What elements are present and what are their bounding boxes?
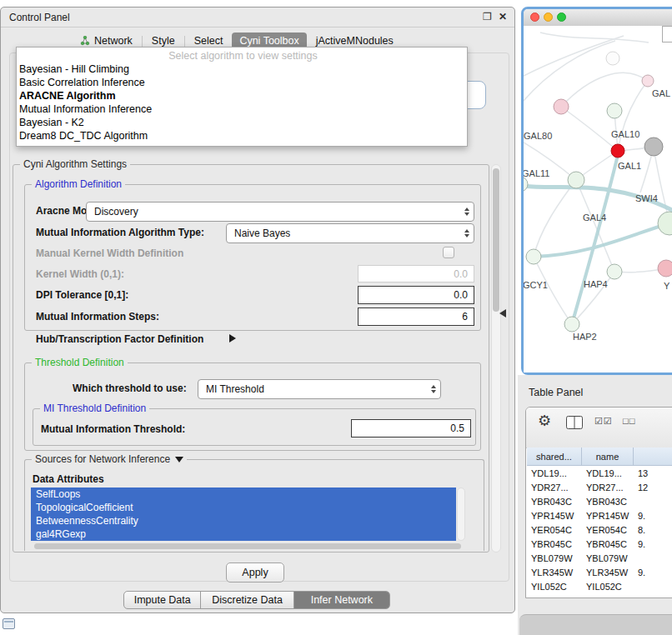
manual-kernel-width-label: Manual Kernel Width Definition [36, 248, 183, 259]
popup-option[interactable]: Basic Correlation Inference [17, 76, 467, 89]
network-node[interactable] [642, 75, 654, 87]
cell: 9. [634, 511, 672, 521]
table-row[interactable]: YBR043C YBR043C [527, 494, 672, 508]
settings-scrollbar-track[interactable] [491, 164, 501, 552]
mi-steps-field[interactable]: 6 [358, 308, 474, 326]
zoom-traffic-light[interactable] [557, 12, 566, 22]
docked-panel-icon[interactable] [3, 618, 15, 629]
chevron-updown-icon [431, 385, 436, 393]
tab-network-label: Network [94, 35, 133, 47]
network-window-titlebar[interactable] [524, 9, 672, 27]
table-row[interactable]: YBL079W YBL079W [527, 551, 672, 565]
column-header-shared[interactable]: shared... [527, 448, 582, 466]
network-node[interactable] [607, 103, 622, 118]
network-node-gray[interactable] [644, 138, 663, 156]
tab-jactivemnodules-label: jActiveMNodules [316, 35, 394, 47]
cell: YPR145W [527, 511, 582, 521]
cell: 9. [634, 539, 672, 549]
columns-icon[interactable] [566, 416, 583, 429]
popup-option[interactable]: Mutual Information Inference [17, 102, 467, 116]
tab-discretize-data[interactable]: Discretize Data [200, 592, 293, 608]
network-node-red[interactable] [611, 144, 624, 158]
list-item-selected[interactable]: SelfLoops [31, 488, 456, 501]
desktop: Control Panel ❐ ✕ Network Style Select [0, 0, 672, 635]
select-all-checks-icon[interactable]: ☑☑ [594, 416, 613, 427]
network-node[interactable] [564, 317, 579, 332]
network-node[interactable] [554, 99, 569, 114]
mi-threshold-definition-title: MI Threshold Definition [43, 402, 146, 414]
bottom-tab-bar: Impute Data Discretize Data Infer Networ… [123, 591, 390, 609]
clipped-overlay-control [662, 26, 672, 42]
network-canvas[interactable]: GAL GAL80 GAL10 GAL11 GAL1 SWI4 GAL4 GCY… [524, 26, 672, 372]
popup-option[interactable]: Bayesian - Hill Climbing [17, 62, 467, 76]
table-body: YDL19... YDL19... 13 YDR27... YDR27... 1… [527, 466, 672, 593]
mi-algorithm-type-select[interactable]: Naive Bayes [226, 223, 474, 243]
popup-option[interactable]: Bayesian - K2 [17, 116, 467, 129]
manual-kernel-width-checkbox[interactable] [443, 247, 454, 258]
popup-option-selected[interactable]: ARACNE Algorithm [17, 89, 467, 102]
tab-impute-data[interactable]: Impute Data [124, 592, 200, 608]
dpi-tolerance-field[interactable]: 0.0 [358, 286, 474, 304]
popup-option[interactable]: Dream8 DC_TDC Algorithm [17, 129, 467, 142]
panel-collapse-arrow-icon[interactable] [499, 309, 506, 318]
table-toolbar: ⚙ ☑☑ □□ [526, 408, 672, 448]
settings-scrollbar-thumb[interactable] [493, 168, 499, 312]
list-item-selected[interactable]: TopologicalCoefficient [31, 501, 456, 514]
network-node[interactable] [658, 212, 672, 235]
table-row[interactable]: YPR145W YPR145W 9. [527, 508, 672, 522]
gear-icon[interactable]: ⚙ [538, 412, 551, 430]
close-window-icon[interactable]: ✕ [499, 11, 507, 22]
cell: YIL052C [582, 582, 634, 592]
column-header-extra[interactable] [634, 448, 672, 466]
control-panel-titlebar[interactable]: Control Panel ❐ ✕ [1, 8, 514, 28]
apply-button[interactable]: Apply [226, 562, 284, 582]
cell: YPR145W [582, 511, 634, 521]
cell: YLR345W [582, 568, 634, 578]
control-panel-window: Control Panel ❐ ✕ Network Style Select [0, 7, 515, 613]
mi-algorithm-type-label: Mutual Information Algorithm Type: [36, 227, 204, 238]
deselect-all-boxes-icon[interactable]: □□ [623, 416, 635, 426]
aracne-mode-select[interactable]: Discovery [86, 202, 474, 222]
list-item-selected[interactable]: gal4RGexp [31, 528, 456, 541]
cell: YBR045C [527, 539, 582, 549]
node-label: HAP4 [584, 279, 608, 289]
node-label: GAL1 [618, 161, 641, 171]
data-attributes-label: Data Attributes [33, 473, 104, 485]
tab-infer-network[interactable]: Infer Network [293, 592, 389, 608]
float-window-icon[interactable]: ❐ [483, 11, 492, 22]
expand-right-icon[interactable] [229, 334, 236, 342]
chevron-updown-icon [464, 229, 469, 238]
network-node[interactable] [526, 249, 541, 264]
node-label: GAL4 [583, 212, 606, 222]
kernel-width-value: 0.0 [454, 268, 468, 280]
list-item-selected[interactable]: BetweennessCentrality [31, 514, 456, 528]
table-row[interactable]: YBR045C YBR045C 9. [527, 537, 672, 551]
cell: YIL052C [527, 582, 582, 592]
table-row[interactable]: YER054C YER054C 8. [527, 522, 672, 537]
network-node[interactable] [568, 172, 584, 188]
column-header-name[interactable]: name [582, 448, 634, 466]
node-label: Y [664, 281, 669, 291]
mi-threshold-field[interactable]: 0.5 [351, 419, 471, 438]
table-row[interactable]: YDR27... YDR27... 12 [527, 480, 672, 494]
kernel-width-field[interactable]: 0.0 [358, 265, 474, 282]
table-row[interactable]: YIL052C YIL052C [527, 579, 672, 593]
close-traffic-light[interactable] [530, 12, 539, 22]
collapse-down-icon[interactable] [175, 457, 183, 462]
cell: 8. [634, 525, 672, 535]
network-node[interactable] [658, 260, 672, 277]
cell: YLR345W [527, 568, 582, 578]
tab-select-label: Select [194, 35, 223, 47]
mi-threshold-label: Mutual Information Threshold: [41, 423, 185, 435]
table-row[interactable]: YDL19... YDL19... 13 [527, 466, 672, 480]
list-scrollbar-track[interactable] [457, 488, 465, 541]
network-node[interactable] [524, 177, 528, 192]
table-row[interactable]: YLR345W YLR345W 9. [527, 565, 672, 579]
which-threshold-select[interactable]: MI Threshold [198, 379, 441, 399]
cell: YBR043C [527, 497, 582, 507]
window-title: Control Panel [9, 12, 70, 23]
list-hscrollbar-thumb[interactable] [34, 543, 461, 549]
minimize-traffic-light[interactable] [544, 12, 553, 22]
network-node[interactable] [606, 52, 619, 65]
network-node[interactable] [607, 264, 622, 279]
